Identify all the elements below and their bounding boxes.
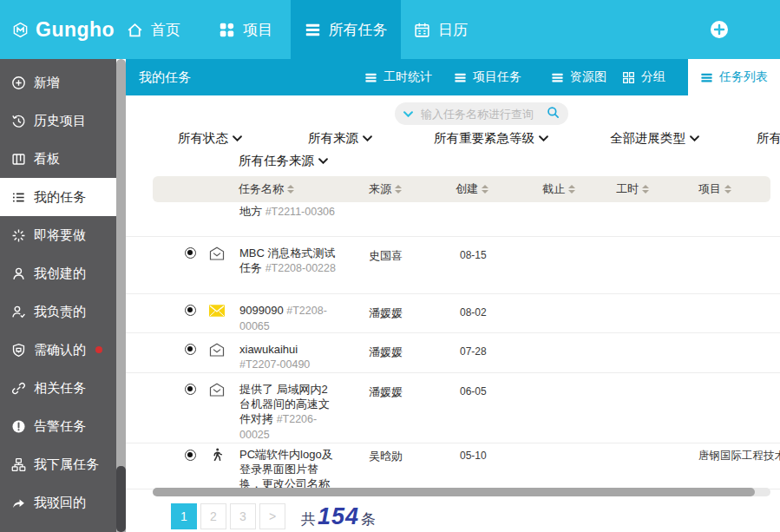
- radio-button[interactable]: [185, 247, 196, 259]
- sidebar-item-label: 新增: [34, 75, 60, 91]
- gungho-logo-icon: [12, 22, 29, 38]
- sidebar-item-history-projects[interactable]: 历史项目: [0, 102, 116, 140]
- task-created-date: 08-02: [460, 306, 487, 319]
- tab-project-tasks[interactable]: 项目任务: [454, 59, 521, 95]
- radio-button[interactable]: [185, 305, 196, 316]
- sidebar-item-related-tasks[interactable]: 相关任务: [0, 369, 116, 407]
- task-name: PC端软件内logo及登录界面图片替换，更改公司名称: [239, 448, 333, 489]
- filter-priority-dropdown[interactable]: 所有重要紧急等级: [434, 130, 548, 147]
- sidebar-item-rejected-by-me[interactable]: 我驳回的: [0, 483, 116, 522]
- tab-resource-map[interactable]: 资源图: [551, 59, 606, 95]
- envelope-open-icon: [209, 343, 225, 357]
- task-name-link[interactable]: 地方 #T2211-00306: [239, 204, 338, 220]
- sort-icon[interactable]: [724, 185, 731, 194]
- sidebar-item-label: 看板: [34, 151, 60, 167]
- sidebar-item-upcoming[interactable]: 即将要做: [0, 216, 116, 254]
- column-label: 来源: [369, 181, 391, 197]
- horizontal-scrollbar[interactable]: [153, 488, 770, 496]
- column-header-due[interactable]: 截止: [542, 176, 575, 202]
- table-row[interactable]: 提供了 局域网内2台机器间的高速文件对拷 #T2206-00025 潘媛媛 06…: [126, 373, 780, 443]
- sidebar-item-board[interactable]: 看板: [0, 140, 116, 178]
- sort-icon[interactable]: [568, 185, 575, 194]
- app-logo[interactable]: Gungho: [12, 0, 115, 59]
- column-label: 任务名称: [239, 181, 284, 197]
- tab-hours-stats[interactable]: 工时统计: [364, 59, 432, 95]
- sidebar-item-my-tasks[interactable]: 我的任务: [0, 178, 116, 216]
- app-window: Gungho 首页 项目 所有任务 日历: [0, 0, 780, 532]
- topnav-item-label: 所有任务: [329, 20, 388, 40]
- task-source: 潘媛媛: [369, 384, 403, 400]
- table-row[interactable]: 9099090 #T2208-00065 潘媛媛 08-02: [126, 294, 780, 333]
- topnav-item-all-tasks[interactable]: 所有任务: [291, 0, 401, 59]
- tab-grouping[interactable]: 分组: [622, 59, 665, 95]
- sort-icon[interactable]: [395, 185, 402, 194]
- filter-task-source-dropdown[interactable]: 所有任务来源: [239, 153, 328, 169]
- topnav-item-label: 项目: [243, 20, 272, 40]
- filter-progress-type-dropdown[interactable]: 全部进展类型: [610, 130, 699, 147]
- table-row[interactable]: 地方 #T2211-00306: [126, 202, 780, 237]
- task-name-link[interactable]: 提供了 局域网内2台机器间的高速文件对拷 #T2206-00025: [239, 382, 338, 443]
- chevron-down-icon: [539, 135, 548, 141]
- sidebar-item-needs-confirmation[interactable]: 需确认的: [0, 331, 116, 369]
- table-row[interactable]: PC端软件内logo及登录界面图片替换，更改公司名称 吴晗勋 05-10 唐钢国…: [126, 443, 780, 489]
- horizontal-scrollbar-thumb[interactable]: [153, 488, 755, 496]
- column-header-hours[interactable]: 工时: [616, 176, 649, 202]
- page-button-3[interactable]: 3: [230, 503, 256, 529]
- task-source: 吴晗勋: [369, 449, 403, 464]
- column-header-source[interactable]: 来源: [369, 176, 402, 202]
- task-name-link[interactable]: PC端软件内logo及登录界面图片替换，更改公司名称: [239, 447, 338, 489]
- chevron-down-icon[interactable]: [403, 111, 413, 117]
- person-icon: [11, 266, 26, 281]
- total-number: 154: [318, 503, 359, 530]
- topnav-item-projects[interactable]: 项目: [219, 0, 272, 59]
- radio-button[interactable]: [185, 450, 196, 461]
- topnav-item-home[interactable]: 首页: [127, 0, 180, 59]
- sidebar-item-alert-tasks[interactable]: 告警任务: [0, 407, 116, 445]
- page-button-1[interactable]: 1: [171, 503, 197, 529]
- sidebar-scrollbar-thumb[interactable]: [116, 466, 126, 532]
- sidebar-item-created-by-me[interactable]: 我创建的: [0, 254, 116, 292]
- task-id: #T2207-00490: [239, 358, 310, 371]
- sidebar-item-label: 相关任务: [34, 380, 86, 397]
- tab-task-list[interactable]: 任务列表: [688, 59, 780, 95]
- chevron-down-icon: [363, 135, 372, 141]
- task-name-link[interactable]: 9099090 #T2208-00065: [239, 303, 338, 333]
- filter-status-dropdown[interactable]: 所有状态: [178, 130, 242, 147]
- walking-person-icon: [209, 448, 225, 462]
- total-count: 共 154 条: [301, 503, 376, 530]
- column-header-task-name[interactable]: 任务名称: [239, 176, 294, 202]
- grid-icon: [219, 22, 235, 38]
- sidebar-item-subordinate-tasks[interactable]: 我下属任务: [0, 445, 116, 483]
- radio-button[interactable]: [185, 344, 196, 355]
- topnav-item-calendar[interactable]: 日历: [414, 0, 468, 59]
- add-button[interactable]: [710, 20, 729, 39]
- kanban-board-icon: [11, 152, 26, 167]
- sort-icon[interactable]: [287, 185, 294, 194]
- sidebar-item-owned-by-me[interactable]: 我负责的: [0, 292, 116, 331]
- sort-icon[interactable]: [642, 185, 649, 194]
- sort-icon[interactable]: [482, 185, 488, 194]
- plus-circle-icon: [710, 29, 729, 42]
- sidebar-scrollbar[interactable]: [116, 59, 126, 532]
- filter-label: 全部进展类型: [610, 130, 685, 147]
- next-page-button[interactable]: >: [259, 503, 285, 529]
- list-icon: [551, 71, 564, 84]
- radio-button[interactable]: [185, 384, 196, 395]
- sidebar-item-new[interactable]: 新增: [0, 63, 116, 102]
- filter-label: 所有来源: [308, 130, 358, 147]
- column-header-project[interactable]: 项目: [698, 176, 731, 202]
- search-input[interactable]: [419, 107, 541, 122]
- task-name-link[interactable]: MBC 消息格式测试任务 #T2208-00228: [239, 246, 338, 276]
- filter-clipped-dropdown[interactable]: 所有: [757, 130, 780, 147]
- envelope-open-icon: [209, 246, 225, 260]
- search-icon[interactable]: [547, 106, 560, 122]
- task-name-link[interactable]: xiawukaihui #T2207-00490: [239, 342, 338, 372]
- column-header-created[interactable]: 创建: [456, 176, 488, 202]
- table-row[interactable]: xiawukaihui #T2207-00490 潘媛媛 07-28: [126, 333, 780, 373]
- page-button-2[interactable]: 2: [200, 503, 226, 529]
- top-navbar: Gungho 首页 项目 所有任务 日历: [0, 0, 780, 59]
- sidebar-item-label: 我负责的: [34, 304, 86, 320]
- grid-outline-icon: [622, 71, 635, 84]
- filter-source-dropdown[interactable]: 所有来源: [308, 130, 372, 147]
- table-row[interactable]: MBC 消息格式测试任务 #T2208-00228 史国喜 08-15: [126, 237, 780, 294]
